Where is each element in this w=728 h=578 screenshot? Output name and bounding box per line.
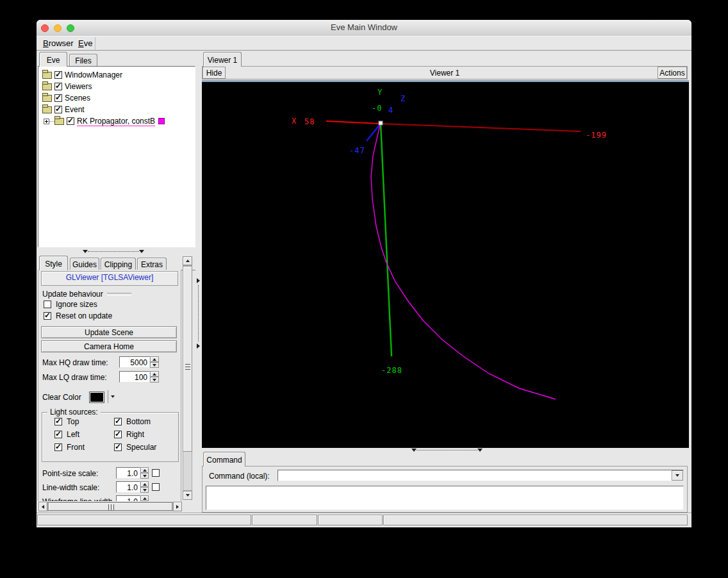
point-size-scale-row: Point-size scale: 1.0 bbox=[38, 467, 181, 480]
command-input[interactable] bbox=[277, 470, 684, 481]
menu-browser[interactable]: Browser bbox=[42, 38, 75, 49]
x-axis-label: X bbox=[292, 117, 297, 126]
screen: Eve Main Window Browser Eve Eve Files Wi… bbox=[0, 0, 728, 578]
spinner[interactable] bbox=[140, 481, 149, 493]
collapse-arrow-icon[interactable] bbox=[477, 449, 483, 452]
checkbox[interactable] bbox=[54, 418, 62, 425]
tab-clipping[interactable]: Clipping bbox=[101, 258, 136, 270]
gl-scene bbox=[202, 82, 689, 448]
ignore-sizes-option[interactable]: Ignore sizes bbox=[44, 300, 97, 309]
menu-eve[interactable]: Eve bbox=[77, 38, 94, 49]
spinner[interactable] bbox=[140, 495, 149, 501]
tree-item-rk-propagator[interactable]: RK Propagator, constB bbox=[38, 115, 195, 127]
light-specular-option[interactable]: Specular bbox=[114, 443, 156, 452]
checkbox[interactable] bbox=[114, 443, 122, 451]
checkbox[interactable] bbox=[54, 106, 62, 113]
viewer-title: Viewer 1 bbox=[203, 69, 687, 78]
tree-item-scenes[interactable]: Scenes bbox=[38, 92, 195, 104]
max-hq-draw-time-input[interactable]: 5000 bbox=[119, 356, 150, 368]
collapse-arrow-icon[interactable] bbox=[139, 250, 144, 253]
camera-home-button[interactable]: Camera Home bbox=[41, 340, 177, 352]
command-dropdown-icon[interactable] bbox=[672, 470, 683, 481]
tab-command[interactable]: Command bbox=[203, 452, 245, 467]
scroll-down-icon[interactable] bbox=[183, 491, 192, 500]
checkbox[interactable] bbox=[54, 83, 62, 90]
scroll-thumb[interactable] bbox=[48, 502, 172, 511]
gl-viewport[interactable]: X 58 -199 Y -0 -288 Z 4 -47 bbox=[202, 80, 689, 448]
tab-viewer-1[interactable]: Viewer 1 bbox=[203, 52, 242, 67]
collapse-arrow-icon[interactable] bbox=[411, 449, 417, 452]
divider bbox=[108, 390, 108, 403]
scroll-up-icon[interactable] bbox=[183, 256, 192, 265]
checkbox[interactable] bbox=[114, 418, 122, 425]
status-segment bbox=[37, 515, 251, 525]
checkbox[interactable] bbox=[54, 94, 62, 102]
tab-extras[interactable]: Extras bbox=[137, 258, 167, 270]
tree-item-windowmanager[interactable]: WindowManager bbox=[38, 69, 195, 81]
light-right-option[interactable]: Right bbox=[114, 430, 144, 439]
y-axis-far-value: -288 bbox=[381, 366, 402, 375]
tab-style[interactable]: Style bbox=[39, 256, 68, 270]
scroll-left-icon[interactable] bbox=[38, 502, 47, 511]
point-size-scale-input[interactable]: 1.0 bbox=[116, 467, 140, 479]
light-bottom-option[interactable]: Bottom bbox=[114, 417, 151, 426]
light-left-option[interactable]: Left bbox=[54, 430, 79, 439]
scroll-right-icon[interactable] bbox=[173, 502, 182, 511]
checkbox[interactable] bbox=[67, 117, 74, 125]
z-axis-label: Z bbox=[401, 94, 406, 103]
command-tabstrip: Command bbox=[202, 452, 688, 467]
scroll-thumb[interactable] bbox=[183, 266, 192, 452]
checkbox[interactable] bbox=[152, 469, 160, 477]
wireframe-line-width-input[interactable]: 1.0 bbox=[116, 495, 140, 501]
update-behaviour-label: Update behaviour bbox=[42, 290, 131, 299]
tab-guides[interactable]: Guides bbox=[70, 258, 99, 270]
tree-item-label: Event bbox=[65, 105, 85, 114]
actions-button[interactable]: Actions bbox=[658, 67, 687, 79]
checkbox[interactable] bbox=[44, 301, 51, 308]
title-bar[interactable]: Eve Main Window bbox=[37, 20, 691, 37]
expander-icon[interactable] bbox=[44, 119, 49, 124]
collapse-arrow-icon[interactable] bbox=[83, 250, 88, 253]
line-width-scale-row: Line-width scale: 1.0 bbox=[38, 481, 181, 494]
collapse-arrow-icon[interactable] bbox=[197, 343, 200, 349]
collapse-arrow-icon[interactable] bbox=[197, 278, 200, 283]
tab-files[interactable]: Files bbox=[69, 54, 97, 66]
spin-up-icon bbox=[140, 481, 149, 487]
checkbox[interactable] bbox=[44, 312, 51, 320]
z-axis-near-value: 4 bbox=[388, 106, 393, 115]
checkbox[interactable] bbox=[114, 431, 122, 438]
max-hq-draw-time-row: Max HQ draw time: 5000 bbox=[38, 356, 181, 369]
menu-bar: Browser Eve bbox=[37, 36, 691, 51]
color-dropdown-icon[interactable] bbox=[111, 395, 115, 398]
max-lq-draw-time-row: Max LQ draw time: 100 bbox=[38, 371, 181, 384]
tab-eve[interactable]: Eve bbox=[39, 52, 67, 67]
update-scene-button[interactable]: Update Scene bbox=[41, 326, 177, 338]
spinner[interactable] bbox=[150, 356, 159, 368]
rk-propagator-track bbox=[371, 125, 556, 399]
folder-icon bbox=[42, 95, 52, 102]
max-lq-draw-time-input[interactable]: 100 bbox=[119, 371, 150, 383]
tree-item-label: Scenes bbox=[65, 94, 90, 103]
checkbox[interactable] bbox=[54, 71, 62, 79]
tree-item-viewers[interactable]: Viewers bbox=[38, 81, 195, 92]
light-front-option[interactable]: Front bbox=[54, 443, 85, 452]
x-axis-right bbox=[381, 124, 581, 131]
sidebar-splitter[interactable] bbox=[38, 249, 195, 254]
tree-item-event[interactable]: Event bbox=[38, 104, 195, 115]
light-top-option[interactable]: Top bbox=[54, 417, 79, 426]
status-segment bbox=[252, 515, 317, 525]
command-output[interactable] bbox=[206, 486, 684, 510]
reset-on-update-option[interactable]: Reset on update bbox=[44, 311, 112, 320]
glviewer-class-header[interactable]: GLViewer [TGLSAViewer] bbox=[41, 271, 178, 286]
spinner[interactable] bbox=[140, 467, 149, 479]
checkbox[interactable] bbox=[152, 483, 160, 491]
checkbox[interactable] bbox=[54, 443, 62, 451]
line-width-scale-input[interactable]: 1.0 bbox=[116, 481, 140, 493]
checkbox[interactable] bbox=[54, 431, 62, 438]
element-color-swatch bbox=[158, 118, 165, 124]
spinner[interactable] bbox=[150, 371, 159, 383]
clear-color-swatch[interactable] bbox=[89, 392, 104, 403]
open-folder-icon bbox=[42, 106, 52, 113]
wireframe-line-width-row: Wireframe line-width 1.0 bbox=[38, 495, 181, 501]
main-vsplitter[interactable] bbox=[195, 51, 202, 511]
